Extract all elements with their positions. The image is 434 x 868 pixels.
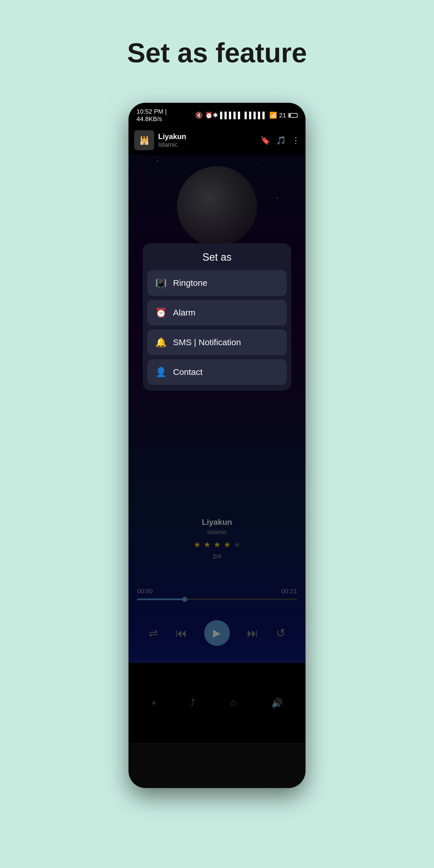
- ringtone-icon: 📳: [155, 278, 167, 288]
- alarm-option[interactable]: ⏰ Alarm: [147, 300, 287, 326]
- contact-label: Contact: [173, 367, 203, 377]
- more-icon[interactable]: ⋮: [292, 135, 300, 145]
- status-time: 10:52 PM | 44.8KB/s: [136, 108, 193, 123]
- app-header: 🕌 Liyakun Islamic 🔖 🎵 ⋮: [128, 126, 306, 155]
- mute-icon: 🔇: [195, 112, 203, 119]
- alarm-label: Alarm: [173, 308, 195, 317]
- notification-icon: 🔔: [155, 337, 167, 348]
- status-left: 10:52 PM | 44.8KB/s 🔇 ⏰: [136, 108, 213, 123]
- alarm-option-icon: ⏰: [155, 307, 167, 318]
- track-info: Liyakun Islamic: [158, 132, 186, 149]
- sms-notification-option[interactable]: 🔔 SMS | Notification: [147, 330, 287, 355]
- signal-icon-2: ▌▌▌▌▌: [245, 112, 267, 119]
- status-bar: 10:52 PM | 44.8KB/s 🔇 ⏰ ✱ ▌▌▌▌▌ ▌▌▌▌▌ 📶 …: [128, 103, 306, 126]
- page-title: Set as feature: [127, 37, 307, 68]
- signal-icon-1: ▌▌▌▌▌: [220, 112, 242, 119]
- bookmark-icon[interactable]: 🔖: [260, 135, 270, 145]
- contact-option[interactable]: 👤 Contact: [147, 359, 287, 385]
- alarm-icon: ⏰: [205, 112, 213, 119]
- battery-level: 21: [279, 112, 286, 119]
- sms-label: SMS | Notification: [173, 338, 241, 347]
- status-right: ✱ ▌▌▌▌▌ ▌▌▌▌▌ 📶 21: [213, 112, 298, 119]
- header-track-name: Liyakun: [158, 132, 186, 141]
- album-thumbnail: 🕌: [134, 130, 154, 150]
- header-track-genre: Islamic: [158, 141, 186, 149]
- battery-icon: [288, 113, 298, 118]
- ringtone-label: Ringtone: [173, 278, 207, 288]
- ringtone-option[interactable]: 📳 Ringtone: [147, 270, 287, 296]
- dialog-options: 📳 Ringtone ⏰ Alarm 🔔 SMS | Notification …: [143, 270, 291, 391]
- header-left: 🕌 Liyakun Islamic: [134, 130, 186, 150]
- phone-frame: 10:52 PM | 44.8KB/s 🔇 ⏰ ✱ ▌▌▌▌▌ ▌▌▌▌▌ 📶 …: [128, 103, 306, 788]
- bluetooth-icon: ✱: [213, 112, 218, 119]
- wifi-icon: 📶: [269, 112, 277, 119]
- modal-overlay: [128, 155, 306, 743]
- header-icons: 🔖 🎵 ⋮: [260, 135, 300, 145]
- set-as-dialog: Set as 📳 Ringtone ⏰ Alarm 🔔 SMS | Notifi…: [143, 243, 291, 391]
- music-icon[interactable]: 🎵: [276, 135, 286, 145]
- contact-icon: 👤: [155, 367, 167, 377]
- main-content: Set as 📳 Ringtone ⏰ Alarm 🔔 SMS | Notifi…: [128, 155, 306, 743]
- dialog-title: Set as: [143, 243, 291, 270]
